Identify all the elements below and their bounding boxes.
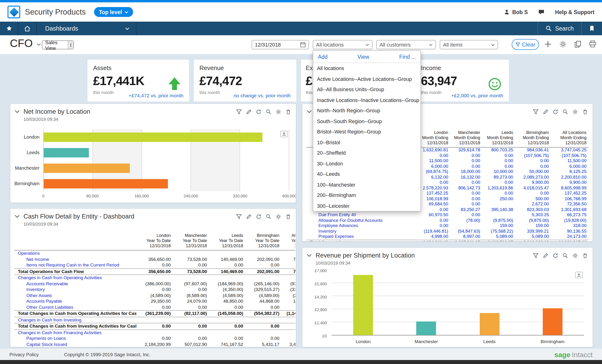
help-support-link[interactable]: Help & Support (555, 9, 594, 15)
location-option[interactable]: 30--London (313, 158, 420, 169)
gear-icon[interactable] (572, 253, 578, 259)
gear-icon[interactable] (276, 214, 281, 219)
customer-filter-select[interactable]: All customers (376, 40, 436, 49)
delete-icon[interactable] (285, 214, 291, 219)
download-chart-button[interactable] (280, 131, 288, 137)
filter-icon[interactable] (236, 109, 242, 115)
collapse-icon[interactable] (15, 215, 20, 218)
add-component-button[interactable] (544, 41, 552, 48)
location-option[interactable]: All locations (313, 63, 420, 73)
collapse-icon[interactable] (307, 254, 312, 257)
favorites-button[interactable] (0, 22, 18, 35)
plus-icon (544, 41, 552, 48)
zoom-icon[interactable] (266, 214, 271, 219)
item-filter-select[interactable]: All items (440, 40, 498, 49)
refresh-icon[interactable] (553, 253, 558, 259)
nav-dashboards[interactable]: Dashboards (37, 22, 136, 35)
print-button[interactable] (589, 41, 596, 47)
bookmark-button[interactable] (581, 22, 602, 35)
refresh-icon[interactable] (553, 109, 558, 115)
zoom-icon[interactable] (266, 109, 271, 115)
download-chart-button[interactable] (575, 272, 583, 278)
row-label[interactable]: Inventory (14, 287, 136, 292)
privacy-policy-link[interactable]: Privacy Policy (9, 352, 39, 357)
edit-icon[interactable] (246, 109, 252, 115)
filter-icon[interactable] (533, 109, 538, 115)
location-filter-select[interactable]: All locations (313, 40, 373, 49)
location-option[interactable]: Inactive Locations--Inactive Locations--… (313, 95, 420, 105)
location-option[interactable]: 200--Birmingham (313, 190, 420, 200)
filter-icon[interactable] (533, 253, 538, 259)
row-label[interactable]: Prepaid Expenses (306, 234, 418, 240)
refresh-icon[interactable] (256, 109, 261, 115)
row-label[interactable]: Due From Entity 40 (306, 212, 418, 218)
delete-icon[interactable] (582, 253, 588, 259)
collapse-icon[interactable] (15, 110, 20, 113)
top-level-button[interactable]: Top level (94, 7, 133, 17)
edit-icon[interactable] (543, 253, 548, 259)
bar-london[interactable] (353, 275, 373, 335)
location-option[interactable]: 300--Leicester (313, 200, 420, 211)
row-label[interactable]: Capital Stock Issued (14, 342, 136, 347)
dropdown-add-link[interactable]: Add (318, 54, 328, 60)
location-option[interactable]: 20--Sheffield (313, 147, 420, 158)
row-label[interactable]: Net Income (14, 256, 136, 262)
edit-icon[interactable] (543, 109, 548, 115)
location-option[interactable]: 10--Bristol (313, 137, 420, 147)
zoom-icon[interactable] (562, 253, 568, 259)
location-option[interactable]: Active Locations--Active Locations--Grou… (313, 73, 420, 84)
bar-birmingham[interactable] (44, 179, 168, 188)
gear-icon[interactable] (572, 109, 578, 115)
duplicate-button[interactable] (574, 41, 581, 48)
cell-value: 0.00 (418, 153, 450, 158)
row-label[interactable]: Changes in Cash from Financing Activitie… (14, 330, 136, 336)
edit-icon[interactable] (246, 214, 252, 219)
row-label[interactable]: Payments on Loans (14, 336, 136, 342)
row-label[interactable]: Inventory (306, 229, 418, 234)
home-button[interactable] (18, 22, 37, 35)
row-label[interactable]: Changes in Cash from Operating Activitie… (14, 275, 136, 281)
kpi-card-income[interactable]: Income 63,947 this month +£2,000 vs. pri… (407, 60, 509, 102)
page-footer: Privacy Policy Copyright © 1999-2019 Sag… (0, 349, 602, 360)
bar-birmingham[interactable] (543, 308, 562, 335)
bar-manchester[interactable] (417, 322, 436, 335)
row-label[interactable]: Accounts Payable (14, 298, 136, 304)
clear-filters-button[interactable]: Clear (512, 39, 539, 50)
row-label[interactable]: Operations (14, 250, 136, 256)
dashboard-title[interactable]: CFO (10, 37, 33, 50)
row-label[interactable]: Items not Requiring Cash in the Current … (14, 262, 136, 268)
search-button[interactable]: Search (538, 22, 581, 35)
row-label[interactable]: Other Assets (14, 292, 136, 298)
row-label[interactable]: Allowance For Doubtful Accounts (306, 218, 418, 223)
location-option[interactable]: 100--Manchester (313, 179, 420, 190)
dashboard-settings-button[interactable] (559, 41, 567, 48)
row-label[interactable]: Accounts Receivable (14, 281, 136, 287)
location-option[interactable]: South--South Region--Group (313, 116, 420, 126)
bar-manchester[interactable] (44, 163, 130, 173)
messages-button[interactable] (538, 9, 545, 15)
dropdown-view-link[interactable]: View (358, 54, 369, 60)
date-input[interactable]: 12/31/2018 (252, 40, 309, 49)
kpi-card-assets[interactable]: Assets £17,441K this month +£74,472 vs. … (87, 60, 189, 102)
delete-icon[interactable] (285, 109, 291, 115)
view-select[interactable]: Sales View ▲▼ (42, 41, 74, 49)
refresh-icon[interactable] (256, 214, 261, 219)
location-option[interactable]: All--All Business Units--Group (313, 84, 420, 95)
row-label[interactable]: Employee Advances (306, 223, 418, 229)
row-label[interactable]: Changes in Cash from Investing (14, 317, 136, 323)
filter-icon[interactable] (236, 214, 242, 219)
bar-leeds[interactable] (44, 148, 89, 157)
bar-leeds[interactable] (480, 313, 499, 335)
zoom-icon[interactable] (562, 109, 568, 115)
location-option[interactable]: North--North Region--Group (313, 105, 420, 116)
location-option[interactable]: 40--Leeds (313, 169, 420, 179)
user-menu[interactable]: Bob S (504, 9, 528, 15)
row-label[interactable]: Other Current Liabilities (14, 304, 136, 311)
dropdown-find-link[interactable]: Find ... (399, 54, 416, 60)
gear-icon[interactable] (276, 109, 281, 115)
kpi-card-revenue[interactable]: Revenue £74,472 this month no change vs.… (194, 60, 296, 102)
bar-london[interactable] (44, 132, 263, 142)
delete-icon[interactable] (582, 109, 588, 115)
location-option[interactable]: Bristol--West Region--Group (313, 126, 420, 137)
collapse-icon[interactable] (307, 110, 312, 113)
